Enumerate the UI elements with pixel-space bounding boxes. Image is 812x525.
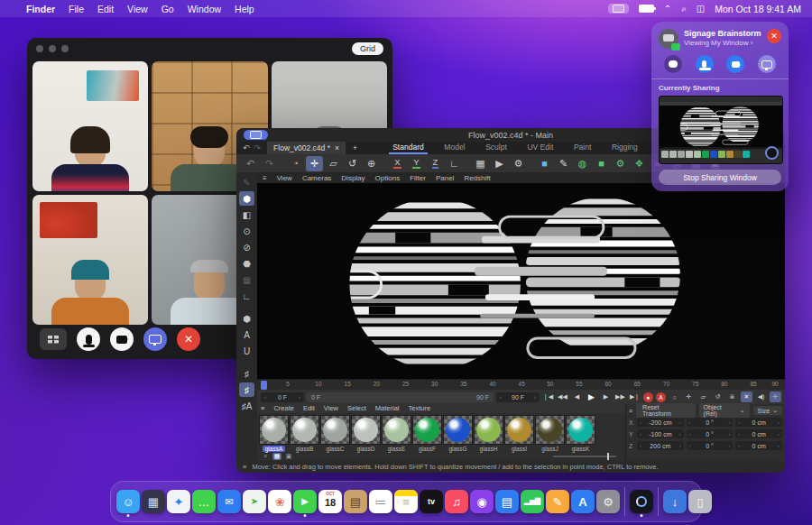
- deformers-icon[interactable]: ⚙: [612, 156, 629, 171]
- dock-pages-icon[interactable]: ✎: [546, 490, 569, 513]
- timeline-range-slider[interactable]: 0 F 90 F: [307, 392, 494, 402]
- goto-start-button[interactable]: ❘◀: [542, 391, 554, 402]
- material-glassI[interactable]: glassI: [504, 415, 534, 452]
- dock-safari-icon[interactable]: ✦: [167, 490, 190, 513]
- prev-key-button[interactable]: ◀◀: [557, 391, 568, 402]
- next-key-button[interactable]: ▶▶: [614, 391, 626, 402]
- play-button[interactable]: ▶: [586, 391, 597, 402]
- menu-edit[interactable]: Edit: [97, 4, 114, 14]
- material-glassC[interactable]: glassC: [320, 415, 350, 452]
- dock-cinema4d-icon[interactable]: [630, 490, 653, 513]
- workplane-icon[interactable]: ∟: [239, 289, 254, 303]
- minimize-traffic-light[interactable]: [49, 45, 56, 52]
- tab-close-icon[interactable]: ×: [335, 143, 339, 152]
- end-call-button[interactable]: ✕: [177, 327, 200, 351]
- mat-menu-create[interactable]: Create: [273, 404, 294, 412]
- scale-tool-icon[interactable]: ▱: [325, 156, 342, 171]
- record-rotation-icon[interactable]: ↺: [712, 391, 724, 402]
- dock-mail-icon[interactable]: ✉: [217, 490, 241, 513]
- layout-tab-rigging[interactable]: Rigging: [608, 142, 641, 154]
- viewing-window-link[interactable]: Viewing My Window ›: [684, 39, 761, 47]
- playhead[interactable]: [261, 381, 267, 390]
- layout-tab-paint[interactable]: Paint: [570, 142, 595, 154]
- lock-y-axis-icon[interactable]: Y: [408, 156, 425, 171]
- rotate-tool-icon[interactable]: ↺: [344, 156, 361, 171]
- dock-reminders-icon[interactable]: ≔: [369, 490, 392, 513]
- render-view-icon[interactable]: ▦: [472, 156, 489, 171]
- shared-window-thumbnail[interactable]: [659, 96, 783, 164]
- live-selection-icon[interactable]: ◔: [287, 156, 304, 171]
- point-mode-icon[interactable]: ⊙: [239, 224, 254, 238]
- layout-tab-model[interactable]: Model: [440, 142, 468, 154]
- material-glassK[interactable]: glassK: [566, 415, 595, 452]
- vp-menu-display[interactable]: Display: [341, 174, 364, 182]
- material-glassE[interactable]: glassE: [382, 415, 411, 452]
- viewport-menu-icon[interactable]: ≡: [263, 174, 267, 182]
- axis-u-icon[interactable]: U: [239, 344, 254, 358]
- vp-menu-panel[interactable]: Panel: [436, 174, 454, 182]
- dock-maps-icon[interactable]: ➤: [243, 490, 266, 513]
- dock-music-icon[interactable]: ♫: [445, 490, 468, 513]
- coord-mode-dropdown[interactable]: Object (Rel) ⌄: [699, 403, 750, 418]
- mute-button[interactable]: [77, 327, 100, 351]
- user-switch-icon[interactable]: ◫: [697, 5, 705, 14]
- texture-mode-icon[interactable]: ◧: [239, 207, 254, 222]
- zoom-traffic-light[interactable]: [61, 45, 69, 52]
- y-position-field[interactable]: ‹-100 cm›: [637, 429, 684, 438]
- x-size-field[interactable]: ‹0 cm›: [735, 418, 782, 427]
- prev-frame-button[interactable]: ◀: [571, 391, 583, 402]
- autokey-button[interactable]: A: [656, 392, 666, 402]
- dock-facetime-icon[interactable]: ▶: [293, 490, 317, 513]
- menu-view[interactable]: View: [127, 4, 148, 14]
- dock-calendar-icon[interactable]: OCT18: [318, 490, 342, 513]
- material-glassG[interactable]: glassG: [443, 415, 473, 452]
- render-settings-icon[interactable]: ⚙: [510, 156, 527, 171]
- coord-system-icon[interactable]: ∟: [446, 156, 463, 171]
- sound-track-icon[interactable]: ⊹: [770, 391, 781, 402]
- participant-tile-4[interactable]: [32, 195, 148, 325]
- generators-icon[interactable]: ■: [593, 156, 610, 171]
- sidebar-toggle-button[interactable]: [40, 328, 67, 350]
- undo-tool-icon[interactable]: ↶: [242, 156, 259, 171]
- x-rotation-field[interactable]: ‹0 °›: [687, 418, 734, 427]
- current-frame-field[interactable]: ‹ 0 F ›: [261, 392, 304, 402]
- stop-sharing-button[interactable]: Stop Sharing Window: [659, 170, 781, 185]
- vp-menu-redshift[interactable]: Redshift: [464, 174, 490, 182]
- snap-enable-icon[interactable]: ♯: [239, 382, 254, 397]
- wifi-icon[interactable]: ⌃: [664, 5, 671, 14]
- camera-button[interactable]: [110, 327, 134, 351]
- dock-photos-icon[interactable]: ❀: [268, 490, 291, 513]
- fields-icon[interactable]: ❖: [631, 156, 648, 171]
- goto-end-button[interactable]: ▶❘: [629, 391, 641, 402]
- lock-x-axis-icon[interactable]: X: [389, 156, 406, 171]
- lock-z-axis-icon[interactable]: Z: [427, 156, 444, 171]
- speaker-icon[interactable]: ◀): [755, 391, 767, 402]
- participant-tile-1[interactable]: [32, 61, 148, 191]
- dock-trash-icon[interactable]: ▯: [688, 490, 712, 513]
- mat-menu-edit[interactable]: Edit: [303, 404, 315, 412]
- dock-notes-icon[interactable]: ≡: [394, 490, 418, 513]
- mat-menu-view[interactable]: View: [324, 404, 338, 412]
- vp-menu-cameras[interactable]: Cameras: [302, 174, 331, 182]
- screen-share-button[interactable]: [758, 55, 776, 73]
- dock-downloads-icon[interactable]: ↓: [663, 490, 687, 513]
- undo-icon[interactable]: ↶: [243, 143, 250, 152]
- redo-icon[interactable]: ↷: [254, 143, 262, 152]
- dock-finder-icon[interactable]: ☺: [116, 490, 140, 513]
- layout-tab-uv-edit[interactable]: UV Edit: [523, 142, 557, 154]
- z-size-field[interactable]: ‹0 cm›: [735, 441, 782, 450]
- record-position-icon[interactable]: ✛: [683, 391, 695, 402]
- spotlight-search-icon[interactable]: ⌕: [681, 5, 687, 14]
- status-menu-icon[interactable]: ≡: [243, 463, 246, 471]
- record-scale-icon[interactable]: ▱: [697, 391, 709, 402]
- dock-contacts-icon[interactable]: ▤: [344, 490, 367, 513]
- reset-transform-button[interactable]: Reset Transform: [636, 403, 695, 418]
- layout-tab-standard[interactable]: Standard: [389, 142, 428, 154]
- messages-button[interactable]: [664, 55, 682, 73]
- axis-mode-icon[interactable]: ⬢: [239, 311, 254, 326]
- material-glassB[interactable]: glassB: [290, 415, 319, 452]
- redo-tool-icon[interactable]: ↷: [261, 156, 278, 171]
- mat-list-view-icon[interactable]: ≡: [261, 453, 270, 459]
- material-glassD[interactable]: glassD: [351, 415, 381, 452]
- share-screen-button[interactable]: [143, 327, 167, 351]
